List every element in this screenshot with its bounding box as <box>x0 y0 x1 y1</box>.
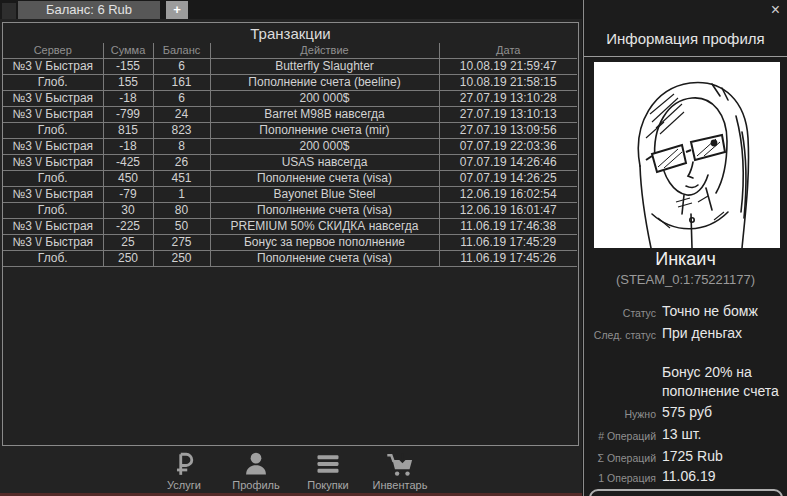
cell-date: 12.06.19 16:01:47 <box>439 202 577 218</box>
cell-date: 27.07.19 13:10:28 <box>439 90 577 106</box>
cell-balance: 250 <box>153 250 210 266</box>
cell-balance: 8 <box>153 138 210 154</box>
nav-label: Профиль <box>220 479 292 491</box>
inactive-tab-stub[interactable] <box>2 3 16 19</box>
cell-balance: 1 <box>153 186 210 202</box>
next-status-value: При деньгах <box>662 325 742 341</box>
needed-value: 575 руб <box>662 404 712 420</box>
col-sum: Сумма <box>103 43 153 58</box>
cell-server: №3 \/ Быстрая <box>3 106 103 122</box>
cell-date: 11.06.19 17:46:38 <box>439 218 577 234</box>
cell-sum: -79 <box>103 186 153 202</box>
table-row[interactable]: Глоб. 155 161 Пополнение счета (beeline)… <box>3 74 577 90</box>
cell-date: 07.07.19 14:26:25 <box>439 170 577 186</box>
table-row[interactable]: Глоб. 450 451 Пополнение счета (visa) 07… <box>3 170 577 186</box>
table-row[interactable]: №3 \/ Быстрая 25 275 Бонус за первое поп… <box>3 234 577 250</box>
cell-server: №3 \/ Быстрая <box>3 58 103 74</box>
cell-sum: 30 <box>103 202 153 218</box>
cell-action: USAS навсегда <box>210 154 439 170</box>
cell-server: Глоб. <box>3 170 103 186</box>
next-status-label: След. статус <box>584 329 656 341</box>
table-row[interactable]: №3 \/ Быстрая -225 50 PREMIUM 50% СКИДКА… <box>3 218 577 234</box>
profile-title: Информация профиля <box>584 30 787 47</box>
profile-action-button[interactable] <box>589 489 783 496</box>
cell-date: 10.08.19 21:59:47 <box>439 58 577 74</box>
cell-action: Пополнение счета (visa) <box>210 202 439 218</box>
cell-date: 11.06.19 17:45:26 <box>439 250 577 266</box>
cell-balance: 6 <box>153 90 210 106</box>
cell-balance: 80 <box>153 202 210 218</box>
profile-panel: × Информация профиля <box>583 0 787 496</box>
cell-balance: 275 <box>153 234 210 250</box>
first-operation-row: 1 Операция 11.06.19 <box>584 468 787 488</box>
cell-sum: -18 <box>103 138 153 154</box>
nav-item-purchases[interactable]: Покупки <box>292 448 364 492</box>
cell-server: Глоб. <box>3 122 103 138</box>
profile-name: Инкаич <box>584 249 787 270</box>
tab-balance[interactable]: Баланс: 6 Rub <box>18 1 160 19</box>
cell-date: 07.07.19 22:03:36 <box>439 138 577 154</box>
status-label: Статус <box>584 307 656 319</box>
col-balance: Баланс <box>153 43 210 58</box>
table-row[interactable]: №3 \/ Быстрая -155 6 Butterfly Slaughter… <box>3 58 577 74</box>
cell-date: 27.07.19 13:10:13 <box>439 106 577 122</box>
table-row[interactable]: Глоб. 250 250 Пополнение счета (visa) 11… <box>3 250 577 266</box>
cell-sum: -799 <box>103 106 153 122</box>
nav-item-services[interactable]: Услуги <box>148 448 220 492</box>
cell-server: №3 \/ Быстрая <box>3 186 103 202</box>
close-icon[interactable]: × <box>771 1 780 19</box>
col-action: Действие <box>210 43 439 58</box>
app-window: Баланс: 6 Rub + Транзакции Сервер Сумма … <box>0 0 787 496</box>
nav-label: Инвентарь <box>364 479 436 491</box>
cell-balance: 451 <box>153 170 210 186</box>
cell-sum: 450 <box>103 170 153 186</box>
tab-bar: Баланс: 6 Rub + <box>0 0 582 19</box>
next-status-row: След. статус При деньгах <box>584 325 787 345</box>
operations-sum-value: 1725 Rub <box>662 448 723 464</box>
cell-action: Пополнение счета (visa) <box>210 250 439 266</box>
first-operation-label: 1 Операция <box>584 472 656 484</box>
transactions-body: №3 \/ Быстрая -155 6 Butterfly Slaughter… <box>3 58 577 266</box>
cell-balance: 161 <box>153 74 210 90</box>
nav-item-inventory[interactable]: Инвентарь <box>364 448 436 492</box>
cell-action: Bayonet Blue Steel <box>210 186 439 202</box>
table-row[interactable]: №3 \/ Быстрая -79 1 Bayonet Blue Steel 1… <box>3 186 577 202</box>
transactions-panel: Транзакции Сервер Сумма Баланс Действие … <box>2 22 579 446</box>
table-row[interactable]: №3 \/ Быстрая -425 26 USAS навсегда 07.0… <box>3 154 577 170</box>
cell-action: Пополнение счета (visa) <box>210 170 439 186</box>
table-row[interactable]: №3 \/ Быстрая -18 6 200 000$ 27.07.19 13… <box>3 90 577 106</box>
table-row[interactable]: №3 \/ Быстрая -18 8 200 000$ 07.07.19 22… <box>3 138 577 154</box>
cell-server: №3 \/ Быстрая <box>3 138 103 154</box>
nav-item-profile[interactable]: Профиль <box>220 448 292 492</box>
table-row[interactable]: Глоб. 815 823 Пополнение счета (mir) 27.… <box>3 122 577 138</box>
needed-row: Нужно 575 руб <box>584 404 787 424</box>
col-date: Дата <box>439 43 577 58</box>
person-icon <box>220 448 292 479</box>
table-row[interactable]: Глоб. 30 80 Пополнение счета (visa) 12.0… <box>3 202 577 218</box>
needed-label: Нужно <box>584 408 656 420</box>
transactions-title: Транзакции <box>3 23 578 43</box>
cell-balance: 24 <box>153 106 210 122</box>
cell-sum: 25 <box>103 234 153 250</box>
cell-sum: 250 <box>103 250 153 266</box>
first-operation-value: 11.06.19 <box>662 468 715 484</box>
cell-sum: -425 <box>103 154 153 170</box>
bottom-nav: Услуги Профиль <box>148 448 448 492</box>
cell-server: №3 \/ Быстрая <box>3 234 103 250</box>
cell-sum: 155 <box>103 74 153 90</box>
table-row[interactable]: №3 \/ Быстрая -799 24 Barret M98B навсег… <box>3 106 577 122</box>
col-server: Сервер <box>3 43 103 58</box>
cell-server: №3 \/ Быстрая <box>3 90 103 106</box>
divider <box>584 56 787 57</box>
cell-server: Глоб. <box>3 202 103 218</box>
cell-balance: 823 <box>153 122 210 138</box>
add-tab-button[interactable]: + <box>166 1 188 19</box>
bonus-text: Бонус 20% на пополнение счета <box>662 363 787 401</box>
nav-label: Покупки <box>292 479 364 491</box>
status-value: Точно не бомж <box>662 303 758 319</box>
list-icon <box>292 448 364 479</box>
cell-action: Пополнение счета (mir) <box>210 122 439 138</box>
cell-date: 27.07.19 13:09:56 <box>439 122 577 138</box>
cell-date: 12.06.19 16:02:54 <box>439 186 577 202</box>
main-area: Транзакции Сервер Сумма Баланс Действие … <box>0 19 582 496</box>
